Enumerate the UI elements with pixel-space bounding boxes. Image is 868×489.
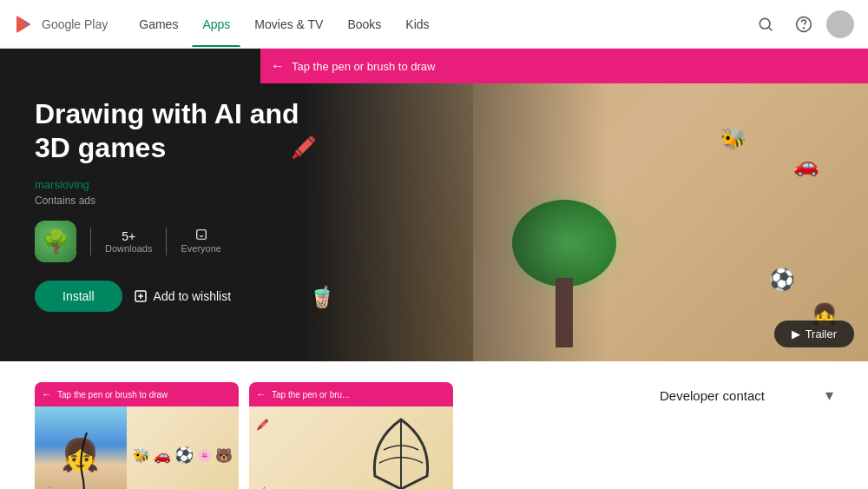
app-icon-image	[35, 221, 76, 262]
logo-text: Google Play	[42, 17, 108, 31]
app-contains-ads: Contains ads	[35, 195, 356, 207]
nav-kids[interactable]: Kids	[395, 10, 439, 38]
header-actions	[750, 9, 854, 40]
stat-divider-1	[90, 228, 91, 255]
app-icon	[35, 221, 76, 262]
downloads-label: Downloads	[105, 243, 152, 254]
app-downloads-stat: 5+ Downloads	[105, 229, 152, 254]
trailer-label: Trailer	[806, 327, 837, 340]
app-title: Drawing with AI and3D games	[35, 97, 356, 164]
svg-point-0	[760, 18, 770, 29]
chevron-down-icon: ▾	[825, 386, 833, 405]
thumb-sticker-bee: 🐝	[133, 447, 150, 464]
thumb-1-text: Tap the pen or brush to draw	[57, 390, 168, 400]
rating-icon	[195, 228, 207, 241]
main-nav: Games Apps Movies & TV Books Kids	[128, 10, 750, 38]
sticker-car: 🚗	[793, 153, 819, 177]
hero-content: Drawing with AI and3D games marsloving C…	[0, 49, 391, 361]
thumb-2-crayon: 🖍️	[256, 419, 269, 431]
screenshot-1[interactable]: ← Tap the pen or brush to draw 👧 🐝 🚗 ⚽ 🌸…	[35, 382, 239, 489]
help-icon	[795, 16, 812, 33]
header: Google Play Games Apps Movies & TV Books…	[0, 0, 868, 49]
thumb-2-bar: ← Tap the pen or bru...	[249, 382, 453, 406]
svg-point-3	[804, 27, 805, 28]
hero-section: ← Tap the pen or brush to draw 🖍️ 🐝 🚗 ⚽ …	[0, 49, 868, 361]
nav-apps[interactable]: Apps	[192, 10, 240, 38]
hero-actions: Install Add to wishlist	[35, 280, 356, 313]
developer-contact-label: Developer contact	[660, 388, 765, 403]
thumb-2-back: ←	[256, 388, 266, 400]
screenshots-section: ← Tap the pen or brush to draw 👧 🐝 🚗 ⚽ 🌸…	[35, 382, 632, 489]
thumb-sticker-ball: ⚽	[174, 446, 194, 465]
wishlist-icon	[133, 288, 148, 304]
thumb-1-bar: ← Tap the pen or brush to draw	[35, 382, 239, 406]
sidebar: Developer contact ▾	[660, 382, 833, 489]
app-rating-stat: Everyone	[181, 228, 220, 254]
thumb-1-right: 🐝 🚗 ⚽ 🌸 🐻	[127, 406, 239, 489]
thumb-1-char: 👧	[61, 437, 100, 473]
svg-line-1	[769, 27, 773, 30]
thumb-2-text: Tap the pen or bru...	[272, 390, 350, 400]
google-play-logo[interactable]: Google Play	[14, 14, 108, 35]
nav-books[interactable]: Books	[337, 10, 391, 38]
screenshot-2[interactable]: ← Tap the pen or bru... 🧋 🖍️	[249, 382, 453, 489]
developer-contact[interactable]: Developer contact ▾	[660, 382, 833, 408]
play-icon: ▶	[792, 327, 800, 340]
search-button[interactable]	[750, 9, 781, 40]
nav-movies[interactable]: Movies & TV	[244, 10, 333, 38]
install-button[interactable]: Install	[35, 281, 122, 312]
avatar[interactable]	[826, 10, 854, 38]
wishlist-label: Add to wishlist	[154, 289, 231, 303]
downloads-value: 5+	[122, 229, 135, 243]
rating-label: Everyone	[181, 243, 220, 254]
thumb-sticker-car2: 🚗	[154, 447, 171, 464]
stat-divider-2	[166, 228, 167, 255]
drawing-svg-2	[366, 415, 436, 489]
search-icon	[757, 16, 774, 33]
thumb-sticker-bear: 🐻	[215, 447, 233, 464]
rating-value	[195, 228, 207, 243]
sticker-pokeball: ⚽	[769, 268, 795, 292]
google-play-logo-icon	[14, 14, 35, 35]
main-content: ← Tap the pen or brush to draw 👧 🐝 🚗 ⚽ 🌸…	[0, 361, 868, 489]
wishlist-button[interactable]: Add to wishlist	[133, 280, 231, 313]
help-button[interactable]	[788, 9, 819, 40]
thumb-2-content: 🧋 🖍️	[249, 406, 453, 489]
thumb-sticker-flower: 🌸	[197, 448, 212, 462]
thumb-1-left: 👧	[35, 406, 127, 489]
thumb-1-back: ←	[42, 388, 52, 400]
app-meta: 5+ Downloads Everyone	[35, 221, 356, 262]
sticker-bee: 🐝	[720, 127, 746, 151]
app-developer[interactable]: marsloving	[35, 178, 356, 191]
svg-rect-4	[196, 230, 206, 240]
thumb-1-content: 👧 🐝 🚗 ⚽ 🌸 🐻 🧋 ⭐	[35, 406, 239, 489]
nav-games[interactable]: Games	[128, 10, 188, 38]
trailer-button[interactable]: ▶ Trailer	[774, 320, 854, 347]
